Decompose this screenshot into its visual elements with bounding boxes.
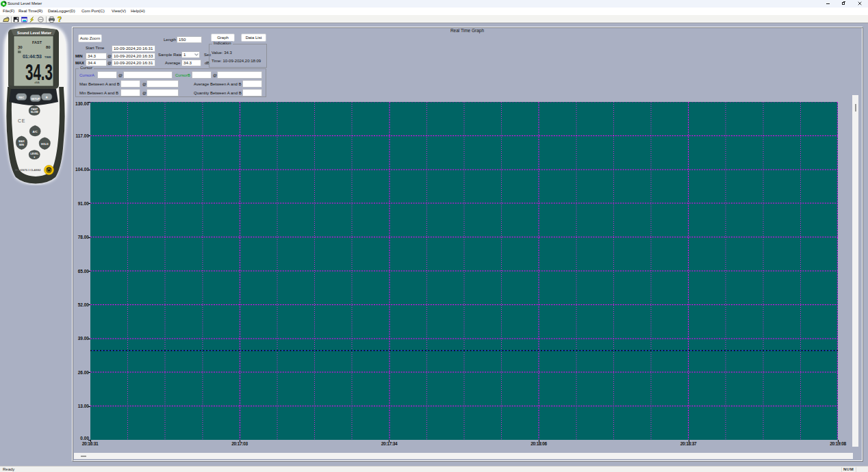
svg-text:dBA: dBA: [34, 81, 40, 84]
svg-text:80: 80: [46, 45, 51, 49]
svg-text:TIME: TIME: [44, 55, 51, 59]
svg-text:☀: ☀: [45, 96, 48, 99]
svg-text:FAST: FAST: [31, 108, 38, 111]
svg-text:IEC 61672-1 CLASS2: IEC 61672-1 CLASS2: [15, 169, 40, 172]
svg-text:Sound Level Meter: Sound Level Meter: [17, 30, 52, 35]
svg-text:HOLD: HOLD: [41, 143, 49, 146]
svg-text:LEVEL: LEVEL: [31, 153, 39, 155]
svg-text:CE: CE: [18, 118, 25, 123]
svg-text:SLOW: SLOW: [31, 111, 39, 114]
svg-text:SETUP: SETUP: [31, 98, 40, 101]
svg-text:?: ?: [57, 16, 61, 23]
svg-text:REC: REC: [18, 96, 24, 99]
svg-text:MIN: MIN: [19, 144, 24, 146]
svg-text:FAST: FAST: [32, 40, 42, 44]
svg-text:A/C: A/C: [33, 130, 38, 133]
svg-text:30: 30: [18, 45, 23, 49]
svg-text:▼: ▼: [34, 156, 36, 159]
svg-text:MAX: MAX: [18, 140, 25, 143]
